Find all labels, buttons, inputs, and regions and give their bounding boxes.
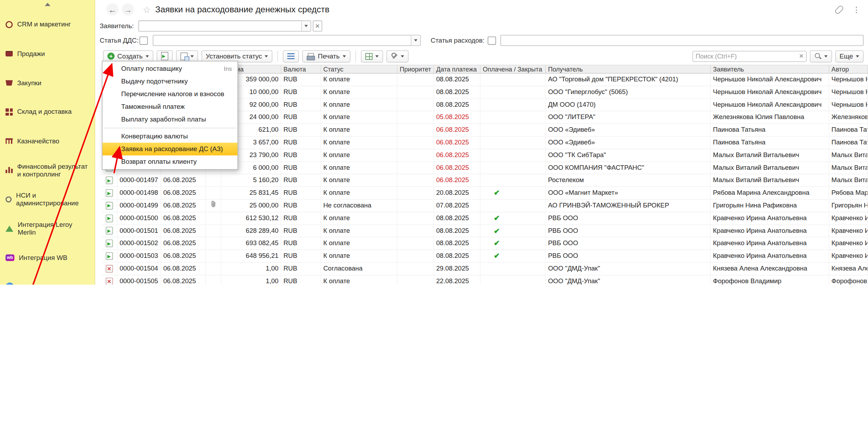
cell-status: К оплате: [321, 237, 398, 249]
sidebar-item[interactable]: Закупки: [0, 68, 94, 98]
set-status-button[interactable]: Установить статус: [201, 50, 273, 62]
cell-requester: Малых Виталий Витальевич: [711, 162, 829, 174]
expense-article-input[interactable]: [501, 37, 863, 44]
sidebar-item[interactable]: wb Интеграция WB: [0, 243, 94, 272]
table-row[interactable]: 0000-00149806.08.202525 831,45RUBК оплат…: [102, 187, 868, 200]
more-button[interactable]: Еще: [835, 50, 864, 62]
sidebar-item[interactable]: CRM и маркетинг: [0, 10, 94, 39]
requester-filter-input[interactable]: [139, 23, 301, 29]
cell-requester: Железнякова Юлия Павловна: [711, 111, 829, 123]
menu-item[interactable]: Таможенный платеж: [102, 101, 237, 113]
create-based-on-button[interactable]: [176, 50, 198, 62]
cell-attachment: [206, 237, 221, 249]
table-row[interactable]: 0000-00150406.08.20251,00RUBСогласована2…: [102, 263, 868, 275]
cell-recipient: ООО "ТК СибТара": [546, 149, 711, 161]
cell-doc-icon: [102, 225, 117, 237]
favorite-star-icon[interactable]: ☆: [143, 4, 151, 15]
sidebar-item[interactable]: Продажи: [0, 39, 94, 68]
cell-paid: [481, 86, 546, 98]
table-row[interactable]: 0000-00150006.08.2025612 530,12RUBК опла…: [102, 212, 868, 225]
column-header[interactable]: Автор: [829, 65, 868, 73]
column-header[interactable]: Заявитель: [711, 65, 829, 73]
menu-item[interactable]: Возврат оплаты клиенту: [102, 155, 237, 168]
requester-filter-dropdown-button[interactable]: [301, 21, 311, 31]
cell-requester: Чернышов Николай Александрович: [711, 99, 829, 111]
create-button[interactable]: Создать: [103, 50, 153, 62]
copy-document-button[interactable]: [157, 50, 173, 62]
cell-number: 0000-001505: [117, 275, 161, 285]
cell-paid: [481, 124, 546, 136]
cell-sum: 5 160,20: [221, 174, 281, 186]
cell-requester: Паинова Татьяна: [711, 137, 829, 149]
cell-recipient: ООО «Магнит Маркет»: [546, 187, 711, 199]
sidebar-item[interactable]: Казначейство: [0, 126, 94, 156]
export-list-button[interactable]: [361, 50, 383, 62]
sidebar-item-label: Склад и доставка: [17, 108, 72, 116]
sidebar-item[interactable]: Склад и доставка: [0, 97, 94, 126]
column-header[interactable]: Оплачена / Закрыта: [481, 65, 546, 73]
menu-item[interactable]: Перечисление налогов и взносов: [102, 88, 237, 101]
sidebar-collapse-button[interactable]: [0, 1, 94, 8]
search-clear-icon[interactable]: ✕: [797, 52, 806, 60]
cell-paid: [481, 99, 546, 111]
menu-item[interactable]: Оплату поставщикуIns: [102, 62, 237, 75]
table-row[interactable]: 0000-00149706.08.20255 160,20RUBК оплате…: [102, 174, 868, 187]
dds-article-input[interactable]: [153, 37, 411, 44]
register-report-button[interactable]: [283, 50, 299, 62]
table-row[interactable]: 0000-00150206.08.2025693 082,45RUBК опла…: [102, 237, 868, 250]
expense-article-checkbox[interactable]: [488, 36, 496, 45]
menu-item[interactable]: Заявка на расходование ДС (АЗ): [102, 143, 237, 155]
column-header[interactable]: Дата платежа: [434, 65, 481, 73]
cell-paid: [481, 275, 546, 285]
search-input[interactable]: [693, 53, 797, 60]
back-button[interactable]: ←: [106, 3, 118, 15]
window-menu-icon[interactable]: ⋮: [852, 5, 860, 14]
cell-author: Григорьян Нина Рафиковна: [829, 200, 868, 212]
attachment-icon: [210, 200, 216, 212]
sidebar-item[interactable]: НСИ и администрирование: [0, 185, 94, 214]
table-row[interactable]: 0000-00150506.08.20251,00RUBК оплате22.0…: [102, 275, 868, 285]
cell-status: К оплате: [321, 86, 398, 98]
table-row[interactable]: 0000-00149906.08.202525 000,00RUBНе согл…: [102, 200, 868, 212]
column-header[interactable]: Приоритет: [397, 65, 434, 73]
cell-sum: 25 831,45: [221, 187, 281, 199]
menu-item[interactable]: Выплату заработной платы: [102, 113, 237, 126]
column-header[interactable]: Статус: [321, 65, 398, 73]
sidebar-item[interactable]: Интеграция Leroy Merlin: [0, 214, 94, 243]
requester-filter-clear-button[interactable]: ✕: [313, 20, 322, 31]
page-title: Заявки на расходование денежных средств: [155, 5, 329, 14]
get-link-icon[interactable]: [834, 5, 844, 14]
table-row[interactable]: 0000-00150106.08.2025628 289,40RUBК опла…: [102, 225, 868, 237]
sidebar-item-label: WMS: [18, 283, 35, 285]
dds-article-checkbox[interactable]: [140, 36, 148, 45]
tools-button[interactable]: [386, 50, 408, 62]
cell-status: К оплате: [321, 74, 398, 86]
cell-attachment: [206, 225, 221, 237]
dds-article-dropdown-button[interactable]: [411, 35, 420, 45]
table-row[interactable]: 0000-00150306.08.2025648 956,21RUBК опла…: [102, 250, 868, 263]
cell-recipient: ООО "ЛИТЕРА": [546, 111, 711, 123]
menu-item[interactable]: Выдачу подотчетнику: [102, 75, 237, 88]
cell-currency: RUB: [281, 162, 321, 174]
sidebar-item[interactable]: WMS: [0, 272, 94, 285]
print-button-label: Печать: [318, 52, 340, 60]
cell-sum: 628 289,40: [221, 225, 281, 237]
search-button[interactable]: [809, 50, 832, 62]
cell-number: 0000-001497: [117, 174, 161, 186]
cell-currency: RUB: [281, 200, 321, 212]
cell-number: 0000-001499: [117, 200, 161, 212]
document-icon: [106, 227, 113, 235]
cell-paid: [481, 149, 546, 161]
sidebar-item[interactable]: Финансовый результат и контроллинг: [0, 156, 94, 185]
menu-item[interactable]: Конвертацию валюты: [102, 130, 237, 143]
forward-button[interactable]: →: [122, 3, 134, 15]
chevron-down-icon: [265, 55, 268, 57]
cell-attachment: [206, 263, 221, 275]
sidebar-item-label: Продажи: [17, 50, 45, 57]
column-header[interactable]: Получатель: [546, 65, 711, 73]
paid-check-icon: ✔: [494, 252, 500, 260]
print-button[interactable]: Печать: [302, 50, 350, 62]
cell-currency: RUB: [281, 174, 321, 186]
document-icon: [106, 215, 113, 222]
column-header[interactable]: Валюта: [281, 65, 321, 73]
